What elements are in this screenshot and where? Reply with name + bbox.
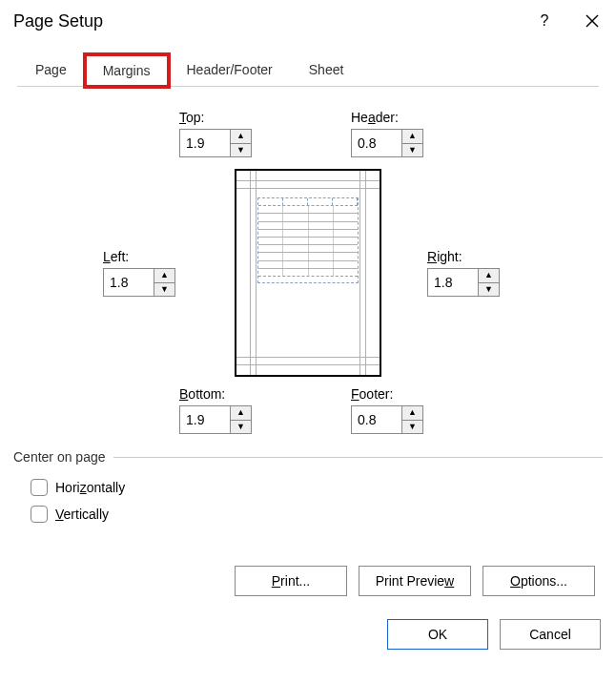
top-spin-down[interactable]: ▼	[231, 144, 251, 157]
horizontally-checkbox[interactable]: Horizontally	[31, 474, 603, 501]
footer-input[interactable]	[352, 406, 401, 433]
close-button[interactable]	[568, 2, 616, 40]
dialog-title: Page Setup	[13, 11, 521, 31]
center-on-page-title: Center on page	[13, 449, 106, 465]
footer-spinner[interactable]: ▲ ▼	[351, 405, 423, 434]
tab-page[interactable]: Page	[17, 53, 85, 86]
left-spin-down[interactable]: ▼	[154, 283, 175, 297]
left-spinner[interactable]: ▲ ▼	[103, 268, 175, 297]
tabs: Page Margins Header/Footer Sheet	[0, 53, 616, 87]
bottom-label: Bottom:	[179, 386, 265, 402]
tab-header-footer[interactable]: Header/Footer	[169, 53, 291, 86]
top-spin-up[interactable]: ▲	[231, 130, 251, 144]
right-spin-down[interactable]: ▼	[479, 283, 499, 297]
checkbox-icon	[31, 479, 48, 496]
left-label: Left:	[103, 249, 189, 264]
left-spin-up[interactable]: ▲	[154, 269, 175, 283]
close-icon	[585, 14, 599, 28]
header-spin-up[interactable]: ▲	[402, 130, 422, 144]
bottom-spinner[interactable]: ▲ ▼	[179, 405, 252, 434]
help-icon: ?	[541, 12, 549, 30]
vertically-label: Vertically	[55, 507, 109, 522]
margins-panel: Top: ▲ ▼ Header: ▲ ▼ Left:	[0, 87, 616, 596]
top-spinner[interactable]: ▲ ▼	[179, 129, 252, 157]
titlebar: Page Setup ?	[0, 0, 616, 42]
right-input[interactable]	[428, 269, 478, 296]
cancel-button[interactable]: Cancel	[500, 619, 601, 650]
options-button[interactable]: Options...	[483, 566, 595, 596]
top-label: Top:	[179, 110, 265, 125]
right-label: Right:	[427, 249, 513, 264]
print-button[interactable]: Print...	[235, 566, 347, 596]
horizontally-label: Horizontally	[55, 480, 125, 495]
ok-button[interactable]: OK	[387, 619, 488, 650]
tab-margins[interactable]: Margins	[85, 54, 169, 87]
top-input[interactable]	[180, 130, 230, 156]
footer-spin-up[interactable]: ▲	[402, 406, 422, 421]
header-spinner[interactable]: ▲ ▼	[351, 129, 423, 157]
help-button[interactable]: ?	[521, 2, 568, 40]
footer-spin-down[interactable]: ▼	[402, 421, 422, 434]
tab-sheet[interactable]: Sheet	[291, 53, 362, 86]
header-spin-down[interactable]: ▼	[402, 144, 422, 157]
bottom-spin-down[interactable]: ▼	[231, 421, 251, 434]
checkbox-icon	[31, 506, 48, 523]
header-input[interactable]	[352, 130, 401, 156]
footer-label: Footer:	[351, 386, 437, 402]
dialog-footer: OK Cancel	[0, 604, 616, 650]
print-preview-button[interactable]: Print Preview	[359, 566, 471, 596]
right-spin-up[interactable]: ▲	[479, 269, 499, 283]
left-input[interactable]	[104, 269, 154, 296]
center-on-page-group: Center on page Horizontally Vertically	[10, 449, 606, 528]
action-buttons: Print... Print Preview Options...	[10, 528, 606, 596]
group-divider	[113, 457, 603, 458]
bottom-spin-up[interactable]: ▲	[231, 406, 251, 421]
right-spinner[interactable]: ▲ ▼	[427, 268, 500, 297]
header-label: Header:	[351, 110, 437, 125]
preview-table-icon	[257, 197, 359, 283]
page-preview	[235, 169, 381, 377]
bottom-input[interactable]	[180, 406, 230, 433]
top-label-rest: op:	[186, 110, 204, 125]
vertically-checkbox[interactable]: Vertically	[31, 501, 603, 528]
